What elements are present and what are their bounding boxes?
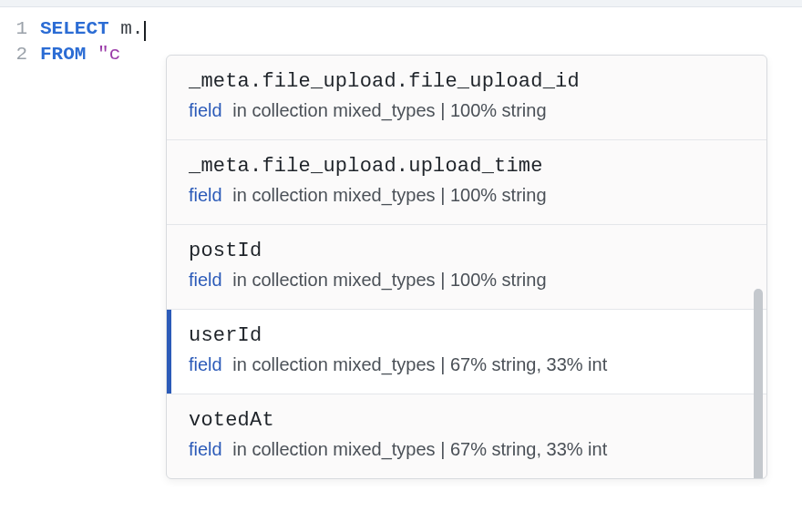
autocomplete-item-detail: in collection mixed_types | 100% string — [228, 270, 547, 290]
autocomplete-item-name: _meta.file_upload.upload_time — [189, 155, 745, 178]
autocomplete-item-desc: field in collection mixed_types | 67% st… — [189, 354, 745, 375]
autocomplete-item-detail: in collection mixed_types | 100% string — [228, 185, 547, 205]
autocomplete-item-name: votedAt — [189, 409, 745, 432]
autocomplete-item[interactable]: _meta.file_upload.upload_timefield in co… — [167, 140, 766, 225]
autocomplete-item[interactable]: userIdfield in collection mixed_types | … — [167, 310, 766, 394]
autocomplete-item-desc: field in collection mixed_types | 100% s… — [189, 100, 745, 121]
autocomplete-item-kind: field — [189, 354, 222, 374]
code-editor[interactable]: 1SELECT m.2FROM "c _meta.file_upload.fil… — [0, 0, 802, 67]
autocomplete-item[interactable]: postIdfield in collection mixed_types | … — [167, 225, 766, 310]
autocomplete-item-desc: field in collection mixed_types | 100% s… — [189, 185, 745, 206]
autocomplete-item-name: _meta.file_upload.file_upload_id — [189, 70, 745, 93]
autocomplete-item-desc: field in collection mixed_types | 67% st… — [189, 439, 745, 460]
autocomplete-popup: _meta.file_upload.file_upload_idfield in… — [166, 55, 767, 479]
autocomplete-item-kind: field — [189, 100, 222, 120]
line-number: 2 — [0, 42, 40, 67]
autocomplete-item-name: postId — [189, 240, 745, 262]
text-cursor — [144, 21, 146, 41]
autocomplete-item[interactable]: votedAtfield in collection mixed_types |… — [167, 394, 766, 478]
code-content[interactable]: FROM "c — [40, 42, 120, 67]
autocomplete-item-desc: field in collection mixed_types | 100% s… — [189, 270, 745, 291]
autocomplete-scrollbar[interactable] — [754, 289, 763, 479]
autocomplete-item-detail: in collection mixed_types | 100% string — [228, 100, 547, 120]
autocomplete-item-detail: in collection mixed_types | 67% string, … — [228, 439, 608, 459]
line-number: 1 — [0, 16, 40, 42]
autocomplete-item[interactable]: _meta.file_upload.file_upload_idfield in… — [167, 56, 766, 140]
autocomplete-item-detail: in collection mixed_types | 67% string, … — [228, 354, 608, 374]
autocomplete-item-name: userId — [189, 324, 745, 347]
code-line[interactable]: 1SELECT m. — [0, 16, 802, 42]
autocomplete-item-kind: field — [189, 185, 222, 205]
autocomplete-item-kind: field — [189, 439, 222, 459]
code-content[interactable]: SELECT m. — [40, 16, 146, 42]
autocomplete-item-kind: field — [189, 270, 222, 290]
